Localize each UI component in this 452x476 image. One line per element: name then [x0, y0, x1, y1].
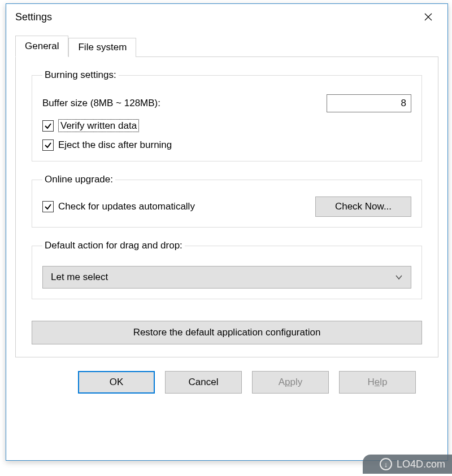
buffer-size-input[interactable] [327, 94, 411, 112]
group-legend-online: Online upgrade: [42, 174, 115, 185]
verify-data-row: Verify written data [42, 120, 411, 132]
restore-defaults-button[interactable]: Restore the default application configur… [32, 321, 422, 344]
close-button[interactable] [417, 8, 440, 25]
settings-window: Settings General File system Burning set… [6, 3, 448, 461]
verify-data-checkbox[interactable] [42, 120, 54, 132]
dialog-button-bar: OK Cancel Apply Help [15, 357, 438, 394]
check-icon [44, 122, 52, 130]
drag-drop-selected-value: Let me select [51, 272, 108, 283]
window-title: Settings [15, 11, 52, 23]
group-burning-settings: Burning settings: Buffer size (8MB ~ 128… [32, 69, 422, 161]
focus-ring: Verify written data [58, 119, 139, 132]
tab-strip: General File system [15, 36, 438, 57]
tab-panel-general: Burning settings: Buffer size (8MB ~ 128… [15, 56, 438, 357]
apply-button[interactable]: Apply [252, 371, 329, 394]
buffer-size-label: Buffer size (8MB ~ 128MB): [42, 98, 160, 109]
close-icon [424, 13, 432, 21]
check-icon [44, 203, 52, 211]
online-upgrade-row: Check for updates automatically Check No… [42, 196, 411, 217]
check-now-button[interactable]: Check Now... [315, 196, 411, 217]
ok-button[interactable]: OK [78, 371, 155, 394]
group-legend-dragdrop: Default action for drag and drop: [42, 240, 185, 251]
group-legend-burning: Burning settings: [42, 69, 119, 81]
restore-row: Restore the default application configur… [32, 321, 422, 344]
chevron-down-icon [395, 272, 403, 283]
eject-disc-label[interactable]: Eject the disc after burning [58, 139, 172, 151]
watermark: LO4D.com [363, 455, 452, 474]
tab-file-system[interactable]: File system [68, 38, 136, 57]
check-updates-row: Check for updates automatically [42, 201, 195, 212]
check-icon [44, 141, 52, 149]
eject-disc-row: Eject the disc after burning [42, 139, 411, 151]
check-updates-checkbox[interactable] [42, 201, 54, 212]
verify-data-label[interactable]: Verify written data [58, 120, 139, 132]
drag-drop-select[interactable]: Let me select [42, 266, 411, 289]
titlebar: Settings [6, 4, 447, 30]
eject-disc-checkbox[interactable] [42, 139, 54, 151]
help-button[interactable]: Help [339, 371, 416, 394]
check-updates-label[interactable]: Check for updates automatically [58, 201, 195, 212]
group-online-upgrade: Online upgrade: Check for updates automa… [32, 174, 422, 228]
content-area: General File system Burning settings: Bu… [6, 30, 447, 394]
watermark-text: LO4D.com [397, 458, 445, 470]
buffer-size-row: Buffer size (8MB ~ 128MB): [42, 94, 411, 112]
tab-general[interactable]: General [15, 36, 68, 57]
cancel-button[interactable]: Cancel [165, 371, 242, 394]
download-icon [380, 458, 392, 470]
group-drag-drop: Default action for drag and drop: Let me… [32, 240, 422, 299]
